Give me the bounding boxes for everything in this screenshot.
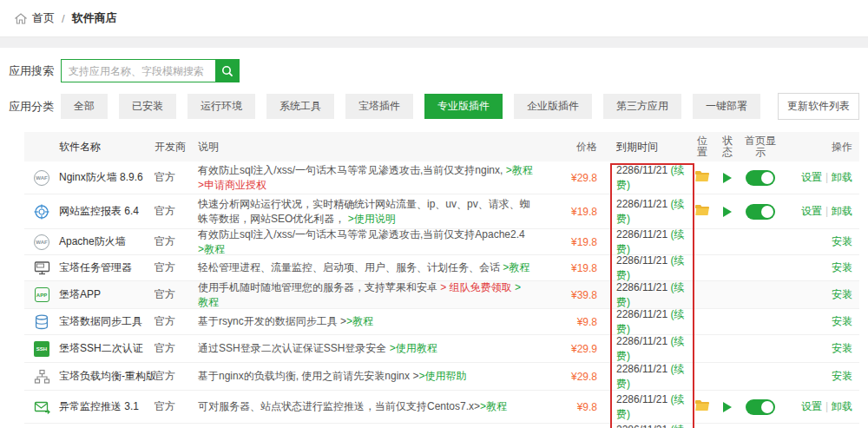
search-icon xyxy=(221,65,233,77)
table-row: WAFNginx防火墙 8.9.6官方有效防止sql注入/xss/一句话木马等常… xyxy=(24,161,859,194)
category-tab-7[interactable]: 第三方应用 xyxy=(603,94,681,119)
software-table: 软件名称 开发商 说明 价格 到期时间 位置 状态 首页显示 操作 WAFNgi… xyxy=(24,132,859,428)
developer: 官方 xyxy=(142,204,198,219)
description: 通过SSH登录二次认证保证SSH登录安全 >使用教程 xyxy=(198,341,538,356)
site-monitor-icon xyxy=(33,203,50,221)
developer: 官方 xyxy=(142,287,198,302)
update-software-list-button[interactable]: 更新软件列表 xyxy=(778,93,859,120)
expire-date: 2286/11/21 (续费) xyxy=(597,423,689,428)
settings-link[interactable]: 设置 xyxy=(801,205,822,217)
category-tab-8[interactable]: 一键部署 xyxy=(693,94,760,119)
folder-icon[interactable] xyxy=(694,399,710,414)
install-link[interactable]: 安装 xyxy=(832,370,852,382)
table-header: 软件名称 开发商 说明 价格 到期时间 位置 状态 首页显示 操作 xyxy=(24,132,859,161)
mail-push-icon xyxy=(33,398,50,416)
description: 有效防止sql注入/xss/一句话木马等常见渗透攻击,当前仅支持nginx, >… xyxy=(198,163,538,193)
tutorial-link[interactable]: >教程 xyxy=(506,164,533,176)
developer: 官方 xyxy=(142,234,198,249)
developer: 官方 xyxy=(142,369,198,384)
tutorial-link[interactable]: >使用教程 xyxy=(390,342,437,354)
tutorial-link[interactable]: >使用说明 xyxy=(348,213,396,225)
install-link[interactable]: 安装 xyxy=(832,235,852,247)
uninstall-link[interactable]: 卸载 xyxy=(832,171,852,183)
table-row: 网站监控报表 6.4官方快速分析网站运行状况，实时精确统计网站流量、ip、uv、… xyxy=(24,194,859,229)
home-show-toggle[interactable] xyxy=(746,170,775,186)
software-name[interactable]: 堡塔SSH二次认证 xyxy=(59,341,142,356)
tutorial-link[interactable]: >教程 xyxy=(346,315,373,327)
waf-icon: WAF xyxy=(33,169,50,187)
header-status: 状态 xyxy=(715,135,740,158)
expire-date: 2286/11/21 (续费) xyxy=(597,392,689,422)
settings-link[interactable]: 设置 xyxy=(801,171,822,183)
software-name[interactable]: 宝塔任务管理器 xyxy=(59,260,142,275)
price: ¥19.8 xyxy=(571,206,597,218)
action-cell: 安装 xyxy=(781,234,859,249)
breadcrumb: 首页 / 软件商店 xyxy=(0,0,868,36)
page-title: 软件商店 xyxy=(72,10,117,26)
load-balance-icon xyxy=(33,368,50,385)
action-cell: 安装 xyxy=(781,314,859,329)
tutorial-link[interactable]: >教程 xyxy=(198,243,225,255)
category-tab-3[interactable]: 系统工具 xyxy=(266,94,334,119)
software-name[interactable]: 宝塔数据同步工具 xyxy=(59,314,142,329)
status-running-icon[interactable] xyxy=(723,402,732,412)
software-name[interactable]: 异常监控推送 3.1 xyxy=(59,399,142,414)
expire-date: 2286/11/21 (续费) xyxy=(597,362,689,392)
table-row: 宝塔负载均衡-重构版官方基于nginx的负载均衡, 使用之前请先安装nginx … xyxy=(24,363,859,391)
search-button[interactable] xyxy=(215,59,240,82)
tutorial-link[interactable]: >教程 xyxy=(503,261,529,273)
category-list: 全部已安装运行环境系统工具宝塔插件专业版插件企业版插件第三方应用一键部署 xyxy=(61,94,772,119)
header-software-name: 软件名称 xyxy=(59,140,142,155)
developer: 官方 xyxy=(142,341,198,356)
divider-band xyxy=(0,36,868,48)
status-running-icon[interactable] xyxy=(723,207,732,217)
folder-icon[interactable] xyxy=(694,170,710,185)
category-tab-6[interactable]: 企业版插件 xyxy=(514,94,592,119)
software-name[interactable]: 网站监控报表 6.4 xyxy=(59,204,142,219)
expire-date: 2286/11/21 (续费) xyxy=(597,163,689,193)
software-name[interactable]: 宝塔负载均衡-重构版 xyxy=(59,369,142,384)
breadcrumb-home-link[interactable]: 首页 xyxy=(32,10,55,26)
ssh-icon: SSH xyxy=(33,340,50,358)
header-developer: 开发商 xyxy=(142,140,198,155)
install-link[interactable]: 安装 xyxy=(832,288,852,300)
table-row: 宝塔任务管理器官方轻松管理进程、流量监控、启动项、用户、服务、计划任务、会话 >… xyxy=(24,255,859,281)
category-tab-2[interactable]: 运行环境 xyxy=(187,94,255,119)
status-running-icon[interactable] xyxy=(723,173,732,183)
folder-icon[interactable] xyxy=(694,204,710,219)
uninstall-link[interactable]: 卸载 xyxy=(832,205,852,217)
table-row: 宝塔数据同步工具官方基于rsync开发的数据同步工具 >>教程¥9.82286/… xyxy=(24,309,859,335)
category-tab-5[interactable]: 专业版插件 xyxy=(424,94,503,119)
install-link[interactable]: 安装 xyxy=(832,342,852,354)
breadcrumb-separator: / xyxy=(62,12,65,25)
category-tab-1[interactable]: 已安装 xyxy=(119,94,176,119)
category-tab-4[interactable]: 宝塔插件 xyxy=(345,94,413,119)
software-name[interactable]: Apache防火墙 xyxy=(59,234,142,249)
home-show-toggle[interactable] xyxy=(746,399,775,415)
category-tab-0[interactable]: 全部 xyxy=(61,94,108,119)
description: 可对服务器、站点状态进行监控推送，当前仅支持Centos7.x>>教程 xyxy=(198,399,538,414)
software-name[interactable]: Nginx防火墙 8.9.6 xyxy=(59,170,142,185)
action-cell: 安装 xyxy=(781,260,859,275)
table-row: WAFApache防火墙官方有效防止sql注入/xss/一句话木马等常见渗透攻击… xyxy=(24,229,859,255)
home-show-toggle[interactable] xyxy=(746,204,775,220)
install-link[interactable]: 安装 xyxy=(832,315,852,327)
action-cell: 设置|卸载 xyxy=(781,204,859,219)
search-label: 应用搜索 xyxy=(9,63,61,79)
task-manager-icon xyxy=(33,260,50,277)
table-row: 异常监控推送 3.1官方可对服务器、站点状态进行监控推送，当前仅支持Centos… xyxy=(24,391,859,424)
software-name[interactable]: 堡塔APP xyxy=(59,287,142,302)
promo-link[interactable]: >申请商业授权 xyxy=(198,179,266,191)
description: 快速分析网站运行状况，实时精确统计网站流量、ip、uv、pv、请求、蜘蛛等数据，… xyxy=(198,197,538,227)
home-icon[interactable] xyxy=(15,13,27,24)
tutorial-link[interactable]: >使用帮助 xyxy=(418,370,466,382)
developer: 官方 xyxy=(142,314,198,329)
settings-link[interactable]: 设置 xyxy=(801,400,822,412)
action-cell: 设置|卸载 xyxy=(781,399,859,414)
search-input[interactable] xyxy=(61,59,215,82)
tutorial-link[interactable]: >教程 xyxy=(480,400,507,412)
app-icon: APP xyxy=(33,286,50,304)
promo-link[interactable]: > 组队免费领取 xyxy=(440,281,511,293)
uninstall-link[interactable]: 卸载 xyxy=(832,400,852,412)
install-link[interactable]: 安装 xyxy=(832,261,852,273)
